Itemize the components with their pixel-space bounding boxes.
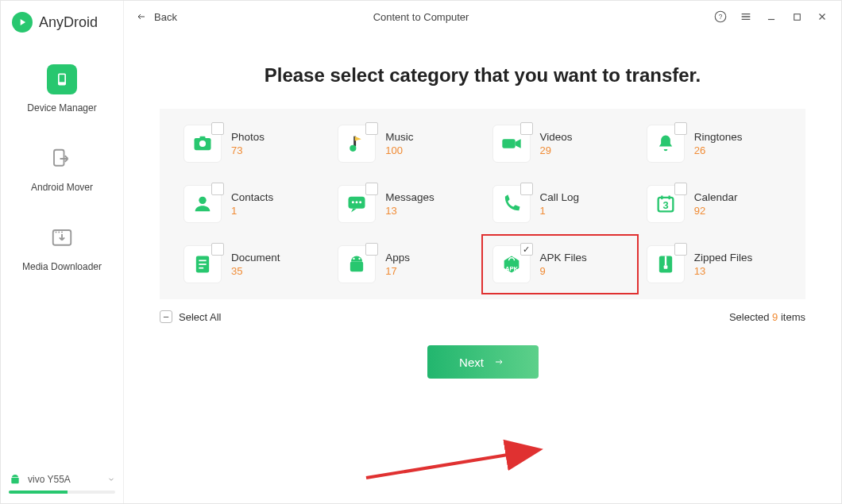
device-manager-icon (47, 64, 77, 94)
category-name: Messages (385, 191, 435, 203)
page-title: Content to Computer (373, 11, 469, 23)
category-contacts[interactable]: Contacts1 (183, 185, 319, 223)
sidebar-item-media-downloader[interactable]: Media Downloader (22, 223, 102, 272)
category-name: Call Log (540, 191, 580, 203)
select-all-button[interactable]: − Select All (160, 310, 221, 323)
category-checkbox[interactable] (365, 122, 378, 135)
select-all-label: Select All (179, 311, 221, 323)
category-checkbox[interactable] (520, 122, 533, 135)
photos-icon (183, 125, 222, 163)
svg-rect-28 (350, 262, 363, 272)
next-button[interactable]: Next (427, 345, 539, 379)
category-calllog[interactable]: Call Log1 (492, 185, 628, 223)
music-icon (338, 125, 376, 163)
svg-point-5 (58, 232, 60, 233)
category-photos[interactable]: Photos73 (183, 125, 319, 163)
category-messages[interactable]: Messages13 (338, 185, 473, 223)
category-count: 1 (231, 205, 273, 217)
category-checkbox[interactable] (365, 183, 378, 195)
help-button[interactable]: ? (713, 9, 728, 25)
svg-rect-33 (665, 256, 666, 266)
sidebar-item-label: Device Manager (27, 102, 96, 113)
svg-rect-12 (200, 137, 206, 140)
app-logo: AnyDroid (1, 1, 123, 48)
category-name: Apps (385, 252, 410, 264)
category-name: Videos (540, 131, 573, 143)
apk-icon: APK (492, 245, 531, 283)
sidebar-item-label: Android Mover (31, 182, 93, 193)
window-controls: ? (713, 9, 830, 25)
category-ringtones[interactable]: Ringtones26 (647, 125, 782, 163)
close-button[interactable] (814, 9, 830, 25)
category-apk[interactable]: APKAPK Files9 (489, 242, 631, 287)
category-count: 100 (385, 144, 413, 156)
svg-point-30 (359, 258, 361, 260)
arrow-left-icon (135, 12, 148, 21)
calendar-icon: 3 (647, 185, 685, 223)
category-checkbox[interactable] (520, 183, 533, 195)
android-mover-icon (47, 144, 77, 174)
selected-count: Selected 9 items (729, 311, 805, 323)
category-checkbox[interactable] (211, 183, 224, 195)
selection-row: − Select All Selected 9 items (160, 310, 805, 323)
svg-point-13 (350, 145, 357, 152)
sidebar: AnyDroid Device Manager Android Mover Me… (1, 1, 124, 503)
svg-text:?: ? (719, 13, 723, 21)
sidebar-item-device-manager[interactable]: Device Manager (27, 64, 96, 113)
back-button[interactable]: Back (135, 11, 177, 23)
select-all-checkbox[interactable]: − (160, 310, 172, 323)
svg-text:3: 3 (662, 199, 668, 211)
svg-rect-1 (60, 75, 65, 82)
category-checkbox[interactable] (674, 243, 687, 256)
category-zip[interactable]: Zipped Files13 (647, 245, 782, 283)
device-selector[interactable]: vivo Y55A (1, 467, 123, 503)
sidebar-nav: Device Manager Android Mover Media Downl… (1, 48, 123, 272)
arrow-right-icon (492, 357, 506, 367)
category-count: 35 (231, 265, 280, 277)
category-checkbox[interactable] (674, 122, 687, 135)
category-apps[interactable]: Apps17 (338, 245, 473, 283)
category-name: Zipped Files (694, 252, 753, 264)
category-count: 29 (540, 144, 573, 156)
contacts-icon (183, 185, 222, 223)
svg-rect-34 (663, 265, 667, 269)
menu-button[interactable] (738, 9, 754, 25)
category-music[interactable]: Music100 (338, 125, 473, 163)
category-name: APK Files (540, 252, 587, 264)
svg-point-15 (199, 197, 206, 204)
svg-point-17 (352, 201, 354, 203)
svg-rect-2 (54, 150, 64, 166)
apps-icon (338, 245, 376, 283)
category-name: Calendar (694, 191, 738, 203)
minimize-button[interactable] (763, 9, 779, 25)
ringtones-icon (647, 125, 685, 163)
category-name: Music (385, 131, 413, 143)
svg-rect-9 (794, 13, 800, 20)
back-label: Back (154, 11, 177, 23)
maximize-button[interactable] (789, 9, 805, 25)
calllog-icon (492, 185, 531, 223)
zip-icon (647, 245, 685, 283)
category-checkbox[interactable] (211, 243, 224, 256)
content: Please select category that you want to … (124, 33, 841, 503)
category-checkbox[interactable] (520, 243, 533, 256)
sidebar-item-android-mover[interactable]: Android Mover (31, 144, 93, 193)
svg-rect-14 (502, 139, 515, 148)
svg-point-4 (56, 232, 57, 233)
category-checkbox[interactable] (365, 243, 378, 256)
svg-line-35 (366, 450, 537, 478)
device-name: vivo Y55A (28, 474, 71, 485)
annotation-arrow (362, 438, 553, 486)
app-name: AnyDroid (39, 14, 98, 31)
svg-point-6 (61, 232, 63, 233)
category-checkbox[interactable] (211, 122, 224, 135)
headline: Please select category that you want to … (160, 64, 805, 87)
category-checkbox[interactable] (674, 183, 687, 195)
category-calendar[interactable]: 3Calendar92 (647, 185, 782, 223)
chevron-down-icon (107, 475, 115, 483)
svg-point-19 (359, 201, 361, 203)
sidebar-item-label: Media Downloader (22, 261, 102, 272)
category-videos[interactable]: Videos29 (492, 125, 628, 163)
svg-point-18 (356, 201, 358, 203)
category-document[interactable]: Document35 (183, 245, 319, 283)
